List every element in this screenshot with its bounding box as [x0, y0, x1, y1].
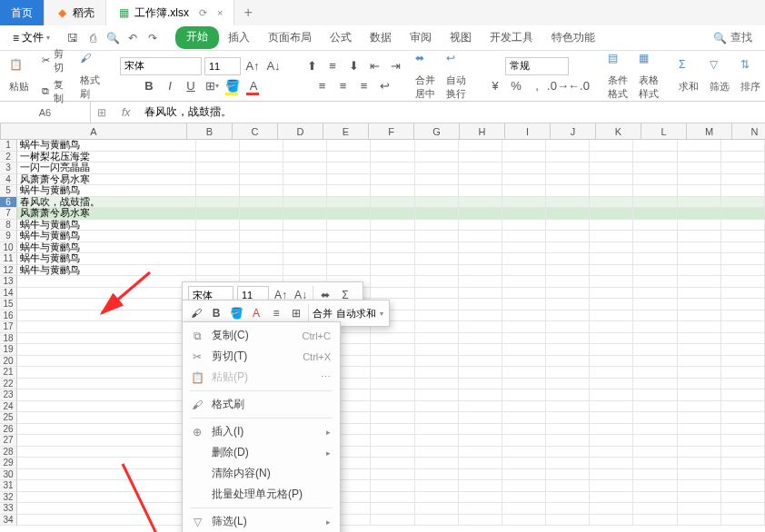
col-header-D[interactable]: D [278, 123, 323, 140]
increase-font-icon[interactable]: A↑ [243, 57, 262, 75]
cell[interactable] [459, 140, 502, 152]
search-button[interactable]: 🔍 查找 [706, 28, 760, 47]
cell[interactable] [17, 435, 196, 447]
cell[interactable] [678, 379, 721, 390]
formula-input[interactable] [139, 106, 765, 119]
cell[interactable] [678, 458, 721, 469]
cell[interactable] [721, 310, 765, 322]
cell[interactable] [590, 401, 633, 413]
cell[interactable] [283, 140, 327, 152]
cell[interactable] [371, 480, 414, 492]
cell[interactable] [415, 492, 459, 504]
cell[interactable] [415, 208, 459, 220]
row-header[interactable]: 29 [0, 458, 17, 469]
cell[interactable] [590, 152, 633, 163]
print-icon[interactable]: ⎙ [84, 30, 101, 46]
cell[interactable] [459, 321, 502, 333]
cell[interactable] [502, 197, 546, 209]
cell[interactable] [633, 503, 677, 515]
cell[interactable] [17, 367, 196, 379]
cell[interactable] [590, 310, 633, 322]
ribbon-tab-start[interactable]: 开始 [175, 26, 219, 49]
cell[interactable] [502, 242, 546, 254]
cell[interactable] [196, 152, 240, 163]
cell[interactable] [327, 185, 371, 197]
cell[interactable] [415, 253, 459, 265]
cell[interactable] [590, 344, 633, 356]
row-header[interactable]: 31 [0, 480, 17, 492]
cell[interactable] [590, 447, 633, 458]
cell[interactable] [721, 389, 765, 401]
cell[interactable] [415, 344, 459, 356]
cell[interactable] [502, 174, 546, 186]
fx-expand-icon[interactable]: ⊞ [94, 104, 110, 121]
cell[interactable] [459, 276, 502, 288]
col-header-H[interactable]: H [460, 123, 505, 140]
merge-center-button[interactable]: ⬌ 合并居中 [412, 50, 439, 103]
cell[interactable] [459, 367, 502, 379]
cell[interactable] [196, 220, 240, 232]
cell[interactable] [633, 152, 677, 163]
sum-button[interactable]: Σ 求和 [675, 56, 702, 95]
cell[interactable] [502, 401, 546, 413]
menu-format-brush[interactable]: 🖌 格式刷 [183, 394, 340, 415]
cell[interactable] [546, 435, 590, 447]
col-header-L[interactable]: L [641, 123, 687, 140]
cell[interactable] [371, 174, 414, 186]
cell[interactable] [283, 208, 327, 220]
cell[interactable] [502, 389, 546, 401]
auto-wrap-button[interactable]: ↩ 自动换行 [442, 50, 470, 103]
cell[interactable] [502, 208, 546, 220]
cell[interactable] [502, 469, 546, 481]
cell[interactable] [196, 253, 240, 265]
table-style-button[interactable]: ▦ 表格样式 [635, 50, 662, 103]
cell[interactable] [17, 492, 196, 504]
cell[interactable] [633, 458, 677, 469]
mini-font-color-icon[interactable]: A [248, 305, 264, 321]
align-top-icon[interactable]: ⬆ [303, 57, 321, 75]
cell[interactable] [415, 356, 459, 368]
cell[interactable] [459, 356, 502, 368]
col-header-E[interactable]: E [323, 123, 369, 140]
cell[interactable] [633, 515, 677, 527]
cell[interactable] [415, 424, 459, 436]
menu-insert[interactable]: ⊕ 插入(I) ▸ [183, 421, 340, 442]
cell[interactable] [371, 231, 414, 242]
cell[interactable] [502, 480, 546, 492]
cell[interactable] [546, 447, 590, 458]
cell[interactable] [590, 197, 633, 209]
cell[interactable] [721, 458, 765, 469]
row-header[interactable]: 8 [0, 220, 17, 232]
cell[interactable] [327, 197, 371, 209]
row-header[interactable]: 34 [0, 515, 17, 527]
cell[interactable] [590, 208, 633, 220]
cell[interactable] [415, 435, 459, 447]
mini-border-icon[interactable]: ⊞ [288, 305, 304, 321]
cell[interactable] [459, 458, 502, 469]
cell[interactable] [590, 231, 633, 242]
cell[interactable] [502, 321, 546, 333]
row-header[interactable]: 19 [0, 344, 17, 356]
cell[interactable] [546, 185, 590, 197]
cell[interactable] [590, 379, 633, 390]
file-menu[interactable]: ≡ 文件 ▾ [5, 28, 57, 47]
cell[interactable] [371, 389, 414, 401]
fx-label[interactable]: fx [113, 106, 139, 119]
cell[interactable] [327, 163, 371, 174]
cell[interactable] [17, 310, 196, 322]
cell[interactable] [678, 469, 721, 481]
row-header[interactable]: 17 [0, 321, 17, 333]
cell[interactable] [678, 492, 721, 504]
cell[interactable] [415, 140, 459, 152]
cell[interactable]: 蜗牛与黄鹂鸟 [17, 253, 196, 265]
cell[interactable] [371, 152, 414, 163]
cell[interactable] [633, 163, 677, 174]
col-header-F[interactable]: F [369, 123, 414, 140]
cell[interactable] [590, 299, 633, 310]
ribbon-tab-special[interactable]: 特色功能 [542, 26, 604, 49]
cell[interactable] [371, 458, 414, 469]
row-header[interactable]: 18 [0, 333, 17, 345]
menu-delete[interactable]: 删除(D) ▸ [183, 442, 340, 463]
cell[interactable] [678, 197, 721, 209]
cell[interactable] [240, 242, 283, 254]
